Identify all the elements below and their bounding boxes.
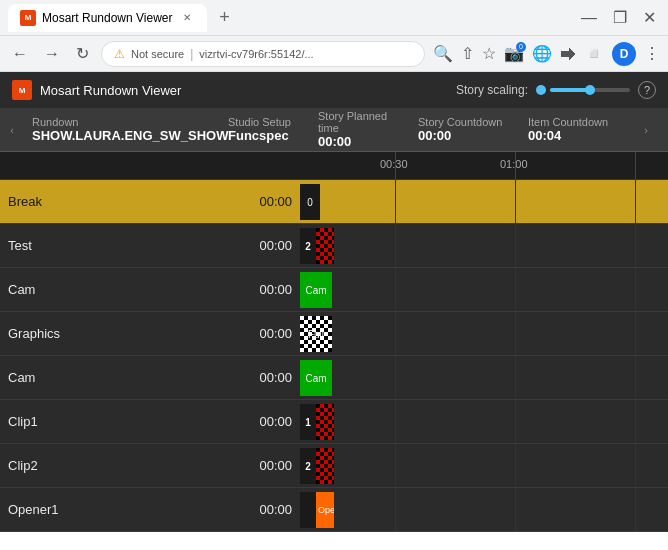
row-time: 00:00 [247, 414, 292, 429]
app-header-left: M Mosart Rundown Viewer [12, 80, 181, 100]
timeline-block: 2 [300, 448, 334, 484]
sidebar-icon[interactable]: ◽ [584, 44, 604, 63]
row-time: 00:00 [247, 326, 292, 341]
row-left: Cam00:00 [0, 268, 300, 311]
row-timeline: 2 [300, 224, 668, 267]
rundown-column-header: Rundown SHOW.LAURA.ENG_SW_SHOW [24, 116, 224, 143]
nav-left-button[interactable]: ‹ [0, 124, 24, 136]
app-title: Mosart Rundown Viewer [40, 83, 181, 98]
badge-count: 0 [516, 42, 526, 52]
timeline-grid-line [635, 356, 636, 399]
studio-label: Studio Setup [228, 116, 310, 128]
timeline-grid-line [515, 180, 516, 223]
help-button[interactable]: ? [638, 81, 656, 99]
browser-titlebar: M Mosart Rundown Viewer ✕ + — ❐ ✕ [0, 0, 668, 36]
row-left: Test00:00 [0, 224, 300, 267]
studio-value: Funcspec [228, 128, 310, 143]
timeline-grid-line [395, 444, 396, 487]
timeline-block: Oper [300, 492, 334, 528]
refresh-button[interactable]: ↻ [72, 42, 93, 65]
timeline-grid-line [515, 312, 516, 355]
extension-badge-icon[interactable]: 📷 0 [504, 44, 524, 64]
row-left: Cam00:00 [0, 356, 300, 399]
address-bar: ← → ↻ ⚠ Not secure | vizrtvi-cv79r6r:551… [0, 36, 668, 72]
table-row[interactable]: Cam00:00Cam [0, 356, 668, 400]
app-header-right: Story scaling: ? [456, 81, 656, 99]
row-left: Opener100:00 [0, 488, 300, 531]
bookmark-icon[interactable]: ☆ [482, 44, 496, 63]
timeline-grid-line [515, 356, 516, 399]
table-row[interactable]: Opener100:00Oper [0, 488, 668, 532]
timeline-grid-line [395, 268, 396, 311]
timeline-ticks-area: 00:30 01:00 [300, 152, 668, 179]
tab-close-button[interactable]: ✕ [179, 10, 195, 26]
timeline-empty-left [0, 152, 300, 179]
timeline-block: 2 [300, 228, 334, 264]
active-tab[interactable]: M Mosart Rundown Viewer ✕ [8, 4, 207, 32]
back-button[interactable]: ← [8, 43, 32, 65]
row-name: Clip2 [8, 458, 239, 473]
maximize-button[interactable]: ❐ [609, 8, 631, 27]
translate-icon[interactable]: 🌐 [532, 44, 552, 63]
minimize-button[interactable]: — [577, 9, 601, 27]
scaling-slider-dot [536, 85, 546, 95]
app-header: M Mosart Rundown Viewer Story scaling: ? [0, 72, 668, 108]
table-row[interactable]: Clip200:002 [0, 444, 668, 488]
nav-right-button[interactable]: › [634, 124, 658, 136]
timeline-grid-line [635, 224, 636, 267]
item-column-header: Item Countdown 00:04 [524, 116, 634, 143]
timeline-grid-line [635, 444, 636, 487]
planned-value: 00:00 [318, 134, 410, 149]
row-name: Opener1 [8, 502, 239, 517]
tab-favicon: M [20, 10, 36, 26]
table-row[interactable]: Test00:002 [0, 224, 668, 268]
tab-bar: M Mosart Rundown Viewer ✕ + [8, 4, 577, 32]
app-logo: M [12, 80, 32, 100]
share-icon[interactable]: ⇧ [461, 44, 474, 63]
rundown-value: SHOW.LAURA.ENG_SW_SHOW [32, 128, 216, 143]
timeline-grid-line [635, 180, 636, 223]
studio-column-header: Studio Setup Funcspec [224, 116, 314, 143]
timeline-grid-line [395, 400, 396, 443]
table-header: ‹ Rundown SHOW.LAURA.ENG_SW_SHOW Studio … [0, 108, 668, 152]
item-value: 00:04 [528, 128, 630, 143]
address-input[interactable]: ⚠ Not secure | vizrtvi-cv79r6r:55142/... [101, 41, 425, 67]
table-row[interactable]: Graphics00:00Full [0, 312, 668, 356]
table-row[interactable]: Clip100:001 [0, 400, 668, 444]
timeline-grid-line [395, 224, 396, 267]
search-icon[interactable]: 🔍 [433, 44, 453, 63]
timeline-block: Cam [300, 272, 332, 308]
countdown-label: Story Countdown [418, 116, 520, 128]
timeline-grid-line [635, 312, 636, 355]
menu-icon[interactable]: ⋮ [644, 44, 660, 63]
table-row[interactable]: Break00:000 [0, 180, 668, 224]
timeline-block: Cam [300, 360, 332, 396]
row-time: 00:00 [247, 238, 292, 253]
new-tab-button[interactable]: + [211, 4, 239, 32]
profile-button[interactable]: D [612, 42, 636, 66]
scaling-slider-thumb [585, 85, 595, 95]
row-timeline: 1 [300, 400, 668, 443]
row-name: Break [8, 194, 239, 209]
extensions-icon[interactable]: 🠲 [560, 45, 576, 63]
grid-line-2 [515, 152, 516, 179]
row-time: 00:00 [247, 370, 292, 385]
row-time: 00:00 [247, 458, 292, 473]
close-button[interactable]: ✕ [639, 8, 660, 27]
row-name: Cam [8, 370, 239, 385]
timeline-tick-030: 00:30 [380, 158, 408, 170]
timeline-grid-line [515, 400, 516, 443]
scaling-slider[interactable] [536, 85, 630, 95]
planned-label: Story Planned time [318, 110, 410, 134]
timeline-block: Full [300, 316, 332, 352]
forward-button[interactable]: → [40, 43, 64, 65]
security-warning-icon: ⚠ [114, 47, 125, 61]
story-scaling-label: Story scaling: [456, 83, 528, 97]
row-left: Clip100:00 [0, 400, 300, 443]
scaling-slider-track[interactable] [550, 88, 630, 92]
row-left: Graphics00:00 [0, 312, 300, 355]
table-row[interactable]: Cam00:00Cam [0, 268, 668, 312]
row-timeline: 2 [300, 444, 668, 487]
row-name: Cam [8, 282, 239, 297]
row-timeline: Cam [300, 356, 668, 399]
